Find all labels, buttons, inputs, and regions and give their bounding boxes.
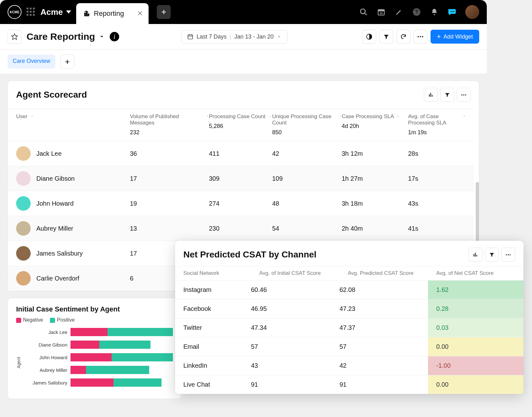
filter-button[interactable] bbox=[440, 88, 454, 102]
workspace-switcher[interactable]: Acme bbox=[40, 7, 71, 17]
svg-point-10 bbox=[434, 14, 435, 15]
chart-view-button[interactable] bbox=[424, 88, 438, 102]
bar-track bbox=[70, 341, 173, 349]
chart-view-button[interactable] bbox=[468, 248, 482, 262]
app-launcher-icon[interactable] bbox=[27, 8, 35, 16]
chart-bar-row: Aubrey Miller bbox=[23, 366, 173, 374]
refresh-button[interactable] bbox=[396, 30, 410, 44]
svg-point-33 bbox=[508, 254, 509, 255]
svg-point-34 bbox=[510, 254, 511, 255]
cell-unique: 109 bbox=[272, 175, 342, 182]
dashboard-tabs: Care Overview + bbox=[0, 50, 487, 74]
table-row[interactable]: LinkedIn 43 42 -1.00 bbox=[175, 356, 523, 375]
widget-title: Initial Case Sentiment by Agent bbox=[16, 305, 120, 313]
theme-toggle-button[interactable] bbox=[362, 30, 376, 44]
table-row[interactable]: Live Chat 91 91 0.00 bbox=[175, 375, 523, 394]
filter-button[interactable] bbox=[379, 30, 393, 44]
help-icon[interactable]: ? bbox=[412, 8, 421, 16]
svg-rect-23 bbox=[429, 94, 430, 97]
col-initial[interactable]: Avg. of Initial CSAT Score bbox=[259, 270, 348, 276]
more-button[interactable] bbox=[457, 88, 471, 102]
page-title[interactable]: Care Reporting bbox=[27, 31, 105, 42]
topbar-right: 20 ? bbox=[359, 5, 479, 19]
user-avatar bbox=[16, 271, 31, 286]
column-total: 1m 19s bbox=[408, 129, 466, 136]
user-avatar bbox=[16, 146, 31, 161]
tab-reporting[interactable]: Reporting ✕ bbox=[76, 3, 149, 24]
col-predicted[interactable]: Avg. Predicted CSAT Score bbox=[348, 270, 436, 276]
bar-label: John Howard bbox=[23, 355, 70, 360]
chart-bar-row: Diane Gibson bbox=[23, 341, 173, 349]
cell-unique: 42 bbox=[272, 150, 342, 157]
search-icon[interactable] bbox=[359, 8, 368, 16]
cell-predicted: 57 bbox=[339, 337, 428, 356]
sort-icon: ⌄ bbox=[397, 113, 400, 118]
table-row[interactable]: John Howard 19 274 48 3h 18m 43s bbox=[8, 191, 474, 216]
column-total: 4d 20h bbox=[342, 123, 408, 130]
table-row[interactable]: Jack Lee 36 411 42 3h 12m 28s bbox=[8, 141, 474, 166]
favorite-button[interactable] bbox=[8, 30, 21, 44]
brand-logo[interactable]: ACME bbox=[8, 5, 21, 19]
col-network[interactable]: Social Network bbox=[183, 270, 259, 276]
cell-volume: 13 bbox=[130, 225, 209, 232]
cell-avg-sla: 43s bbox=[408, 200, 466, 207]
workspace-name: Acme bbox=[40, 7, 63, 17]
table-row[interactable]: Instagram 60.46 62.08 1.62 bbox=[175, 280, 523, 299]
date-range-picker[interactable]: Last 7 Days | Jan 13 - Jan 20 bbox=[181, 30, 287, 44]
bell-icon[interactable] bbox=[430, 8, 439, 16]
table-row[interactable]: Aubrey Miller 13 230 54 2h 40m 41s bbox=[8, 216, 474, 241]
column-header[interactable]: Unique Processing Case Count⌄850 bbox=[272, 113, 342, 136]
column-header[interactable]: Volume of Published Messages⌄232 bbox=[130, 113, 209, 136]
bar-negative bbox=[70, 366, 86, 374]
user-name: Carlie Overdorf bbox=[36, 275, 79, 282]
table-row[interactable]: Twitter 47.34 47.37 0.03 bbox=[175, 318, 523, 337]
svg-rect-1 bbox=[86, 12, 87, 15]
column-header[interactable]: Avg. of Case Processing SLA⌄1m 19s bbox=[408, 113, 466, 136]
brand-logo-text: ACME bbox=[9, 10, 19, 14]
date-range: Jan 13 - Jan 20 bbox=[234, 33, 273, 40]
cell-initial: 57 bbox=[251, 337, 339, 356]
table-row[interactable]: Facebook 46.95 47.23 0.28 bbox=[175, 299, 523, 318]
add-widget-button[interactable]: + Add Widget bbox=[431, 30, 479, 44]
cell-sla: 3h 12m bbox=[342, 150, 408, 157]
filter-button[interactable] bbox=[485, 248, 499, 262]
bar-negative bbox=[70, 328, 107, 336]
toolbar-right: + Add Widget bbox=[362, 30, 479, 44]
sort-icon: ⌄ bbox=[206, 113, 209, 118]
cell-network: LinkedIn bbox=[175, 356, 251, 375]
column-total: 232 bbox=[130, 129, 209, 136]
tab-add-button[interactable]: + bbox=[157, 5, 171, 19]
svg-point-28 bbox=[465, 94, 466, 95]
table-row[interactable]: Email 57 57 0.00 bbox=[175, 337, 523, 356]
bar-track bbox=[70, 328, 173, 336]
user-name: Diane Gibson bbox=[36, 175, 75, 182]
column-total: 850 bbox=[272, 129, 342, 136]
chart-bar-row: Jack Lee bbox=[23, 328, 173, 336]
user-avatar[interactable] bbox=[465, 5, 479, 19]
column-header[interactable]: Processing Case Count⌄5,286 bbox=[209, 113, 272, 130]
more-button[interactable] bbox=[501, 248, 515, 262]
bar-track bbox=[70, 378, 173, 387]
column-header[interactable]: User⌄ bbox=[16, 113, 130, 120]
calendar-icon[interactable]: 20 bbox=[377, 8, 386, 16]
add-tab-button[interactable]: + bbox=[60, 55, 74, 69]
cell-avg-sla: 17s bbox=[408, 175, 466, 182]
column-total: 5,286 bbox=[209, 123, 272, 130]
tab-close-icon[interactable]: ✕ bbox=[128, 9, 143, 18]
svg-rect-29 bbox=[474, 254, 474, 257]
cell-initial: 43 bbox=[251, 356, 339, 375]
more-button[interactable] bbox=[413, 30, 427, 44]
chat-icon[interactable] bbox=[448, 8, 456, 16]
cell-net: 0.00 bbox=[428, 375, 523, 394]
tab-care-overview[interactable]: Care Overview bbox=[8, 55, 55, 69]
bar-label: Aubrey Miller bbox=[23, 367, 70, 373]
col-net[interactable]: Avg. of Net CSAT Score bbox=[436, 270, 515, 276]
column-header[interactable]: Case Processing SLA⌄4d 20h bbox=[342, 113, 408, 130]
edit-icon[interactable] bbox=[394, 8, 403, 16]
table-row[interactable]: Diane Gibson 17 309 109 1h 27m 17s bbox=[8, 166, 474, 191]
cell-net: 0.28 bbox=[428, 299, 523, 318]
swatch-negative bbox=[16, 318, 21, 323]
info-icon[interactable]: i bbox=[110, 32, 119, 41]
user-name: Aubrey Miller bbox=[36, 225, 73, 232]
bar-label: Jack Lee bbox=[23, 329, 70, 335]
